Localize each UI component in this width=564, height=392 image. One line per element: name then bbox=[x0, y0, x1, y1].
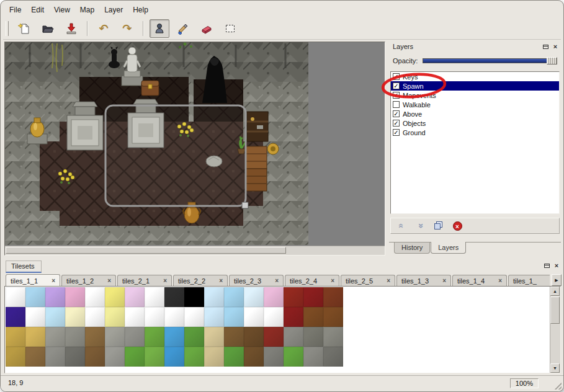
tile-3-15[interactable] bbox=[303, 347, 323, 367]
scroll-up-button[interactable]: ▲ bbox=[550, 287, 560, 296]
tile-1-15[interactable] bbox=[303, 307, 323, 327]
tile-2-7[interactable] bbox=[145, 327, 164, 347]
tile-0-4[interactable] bbox=[85, 287, 105, 307]
vscroll-thumb[interactable] bbox=[550, 296, 560, 324]
tile-3-7[interactable] bbox=[145, 347, 164, 367]
eraser-tool-button[interactable] bbox=[197, 19, 217, 38]
tileset-tab-tiles_1_[interactable]: tiles_1_× bbox=[508, 275, 550, 287]
tile-1-12[interactable] bbox=[244, 307, 264, 327]
layer-row-ground[interactable]: ✓Ground bbox=[391, 128, 559, 137]
tileset-tab-tiles_2_3[interactable]: tiles_2_3× bbox=[229, 275, 284, 287]
tab-close-icon[interactable]: × bbox=[442, 278, 446, 284]
tile-2-16[interactable] bbox=[323, 327, 343, 347]
menu-view[interactable]: View bbox=[49, 4, 75, 16]
stamp-tool-button[interactable] bbox=[150, 19, 169, 38]
select-tool-button[interactable] bbox=[220, 19, 240, 38]
tile-3-2[interactable] bbox=[45, 347, 65, 367]
resize-grip[interactable] bbox=[553, 381, 562, 390]
tile-1-16[interactable] bbox=[323, 307, 343, 327]
tile-2-12[interactable] bbox=[244, 327, 264, 347]
menu-edit[interactable]: Edit bbox=[26, 4, 49, 16]
menu-layer[interactable]: Layer bbox=[99, 4, 128, 16]
tile-3-8[interactable] bbox=[164, 347, 184, 367]
tile-1-3[interactable] bbox=[65, 307, 85, 327]
tile-0-1[interactable] bbox=[25, 287, 45, 307]
layer-checkbox-mapevents[interactable]: ✓ bbox=[393, 92, 400, 99]
tileset-tab-tiles_1_1[interactable]: tiles_1_1× bbox=[6, 274, 60, 287]
toolbar-handle[interactable] bbox=[6, 21, 9, 36]
layer-row-above[interactable]: ✓Above bbox=[391, 109, 559, 118]
tile-2-10[interactable] bbox=[204, 327, 224, 347]
tile-3-11[interactable] bbox=[224, 347, 244, 367]
tile-3-16[interactable] bbox=[323, 347, 343, 367]
tile-0-3[interactable] bbox=[65, 287, 85, 307]
layer-checkbox-above[interactable]: ✓ bbox=[393, 110, 400, 117]
tab-scroll-right-button[interactable]: ▶ bbox=[552, 274, 562, 286]
selection-handle[interactable] bbox=[242, 202, 248, 208]
tileset-tab-tiles_2_4[interactable]: tiles_2_4× bbox=[285, 275, 339, 287]
tile-1-7[interactable] bbox=[145, 307, 164, 327]
tab-close-icon[interactable]: × bbox=[163, 278, 167, 284]
tile-2-1[interactable] bbox=[25, 327, 45, 347]
tile-2-15[interactable] bbox=[303, 327, 323, 347]
tile-3-9[interactable] bbox=[184, 347, 204, 367]
tile-0-5[interactable] bbox=[105, 287, 125, 307]
redo-button[interactable]: ↷ bbox=[117, 19, 137, 38]
tileset-tab-tiles_2_1[interactable]: tiles_2_1× bbox=[117, 275, 172, 287]
menu-map[interactable]: Map bbox=[75, 4, 99, 16]
tile-1-9[interactable] bbox=[184, 307, 204, 327]
tileset-tab-tiles_1_4[interactable]: tiles_1_4× bbox=[452, 275, 507, 287]
map-canvas[interactable] bbox=[5, 42, 308, 245]
tile-0-12[interactable] bbox=[244, 287, 264, 307]
layer-duplicate-button[interactable] bbox=[432, 220, 445, 232]
dock-tab-history[interactable]: History bbox=[394, 243, 430, 254]
save-button[interactable] bbox=[61, 19, 81, 38]
tileset-tab-tiles_1_3[interactable]: tiles_1_3× bbox=[396, 275, 451, 287]
layer-row-keys[interactable]: ✓Keys bbox=[391, 72, 559, 81]
tile-0-14[interactable] bbox=[284, 287, 303, 307]
tile-0-8[interactable] bbox=[164, 287, 184, 307]
tile-2-14[interactable] bbox=[284, 327, 303, 347]
tile-0-0[interactable] bbox=[6, 287, 25, 307]
layer-move-up-button[interactable]: « bbox=[395, 220, 408, 232]
tile-0-2[interactable] bbox=[45, 287, 65, 307]
tile-0-10[interactable] bbox=[204, 287, 224, 307]
tile-0-6[interactable] bbox=[125, 287, 145, 307]
tilesets-close-button[interactable]: × bbox=[552, 261, 561, 270]
layer-checkbox-walkable[interactable] bbox=[393, 101, 400, 108]
tile-1-5[interactable] bbox=[105, 307, 125, 327]
tile-2-5[interactable] bbox=[105, 327, 125, 347]
hscroll-thumb[interactable] bbox=[6, 247, 286, 254]
tile-2-6[interactable] bbox=[125, 327, 145, 347]
map-horizontal-scrollbar[interactable] bbox=[5, 246, 385, 255]
tab-close-icon[interactable]: × bbox=[387, 278, 390, 284]
tile-3-4[interactable] bbox=[85, 347, 105, 367]
tile-2-0[interactable] bbox=[6, 327, 25, 347]
tile-1-14[interactable] bbox=[284, 307, 303, 327]
tile-1-6[interactable] bbox=[125, 307, 145, 327]
tileset-tab-tiles_1_2[interactable]: tiles_1_2× bbox=[61, 275, 116, 287]
tab-close-icon[interactable]: × bbox=[51, 278, 55, 284]
tile-3-13[interactable] bbox=[264, 347, 284, 367]
tile-1-11[interactable] bbox=[224, 307, 244, 327]
tile-1-13[interactable] bbox=[264, 307, 284, 327]
tile-3-12[interactable] bbox=[244, 347, 264, 367]
tab-close-icon[interactable]: × bbox=[498, 278, 502, 284]
layer-checkbox-spawn[interactable]: ✓ bbox=[393, 82, 400, 89]
layer-move-down-button[interactable]: « bbox=[413, 220, 427, 232]
tile-0-9[interactable] bbox=[184, 287, 204, 307]
tile-1-8[interactable] bbox=[164, 307, 184, 327]
tile-3-1[interactable] bbox=[25, 347, 45, 367]
dock-float-button[interactable] bbox=[541, 42, 550, 51]
tilesets-float-button[interactable] bbox=[542, 261, 551, 270]
tile-3-6[interactable] bbox=[125, 347, 145, 367]
layer-checkbox-objects[interactable]: ✓ bbox=[393, 120, 400, 127]
tile-3-10[interactable] bbox=[204, 347, 224, 367]
selection-rect[interactable] bbox=[105, 105, 246, 206]
tile-2-13[interactable] bbox=[264, 327, 284, 347]
tile-3-14[interactable] bbox=[284, 347, 303, 367]
tile-0-7[interactable] bbox=[145, 287, 164, 307]
layer-delete-button[interactable]: × bbox=[450, 220, 464, 232]
tile-2-9[interactable] bbox=[184, 327, 204, 347]
layer-checkbox-keys[interactable]: ✓ bbox=[393, 73, 400, 80]
